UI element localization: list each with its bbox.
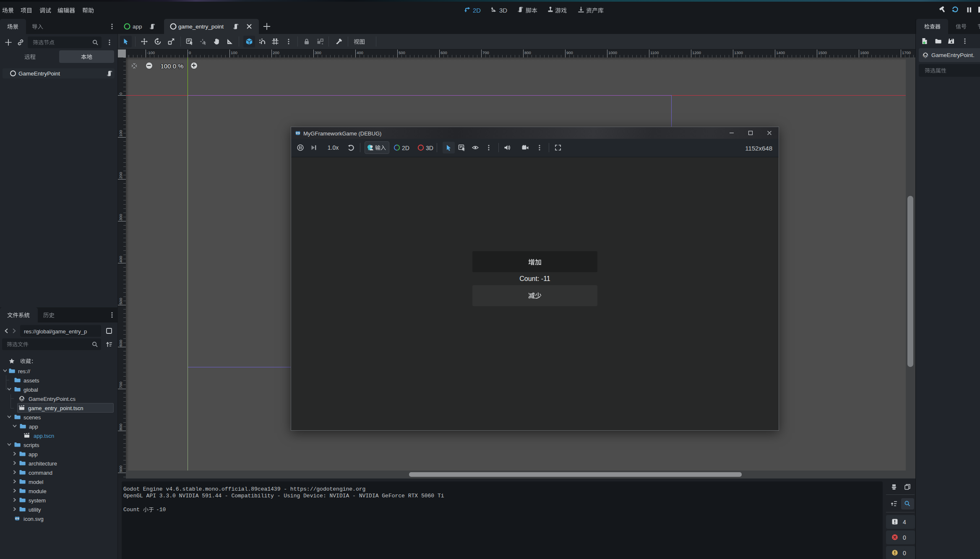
svg-text:100.0 %: 100.0 %: [160, 62, 183, 70]
svg-text:cs: cs: [20, 398, 23, 401]
svg-text:cs: cs: [924, 55, 927, 57]
